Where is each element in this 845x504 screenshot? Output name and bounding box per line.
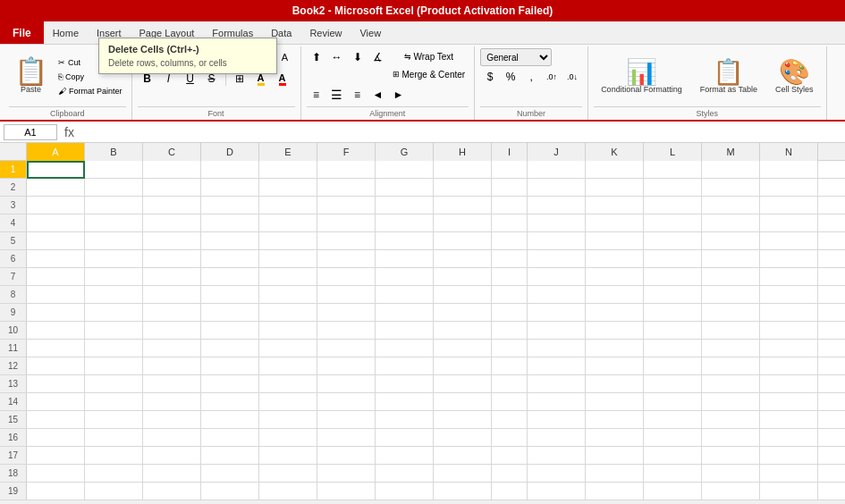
cell-m4[interactable] xyxy=(702,214,760,232)
cell-b18[interactable] xyxy=(85,465,143,483)
cell-n14[interactable] xyxy=(760,393,818,411)
row-num-14[interactable]: 14 xyxy=(0,393,27,410)
cell-f13[interactable] xyxy=(317,375,376,393)
cell-styles-button[interactable]: 🎨 Cell Styles xyxy=(768,56,821,97)
cell-d7[interactable] xyxy=(201,268,259,286)
cell-c11[interactable] xyxy=(143,340,201,357)
cell-j17[interactable] xyxy=(528,447,586,465)
cell-h15[interactable] xyxy=(434,411,492,429)
cell-j14[interactable] xyxy=(528,393,586,411)
cell-b9[interactable] xyxy=(85,304,143,322)
cell-l9[interactable] xyxy=(644,304,702,322)
cell-n18[interactable] xyxy=(760,465,818,483)
cell-e10[interactable] xyxy=(259,322,317,340)
cell-k19[interactable] xyxy=(586,483,644,500)
cell-e15[interactable] xyxy=(259,411,317,429)
decrease-decimal-button[interactable]: .0↓ xyxy=(562,68,582,86)
cell-l14[interactable] xyxy=(644,393,702,411)
cell-g5[interactable] xyxy=(376,232,434,250)
cell-c13[interactable] xyxy=(143,375,201,393)
align-bottom-button[interactable]: ⬇ xyxy=(348,48,368,66)
row-num-16[interactable]: 16 xyxy=(0,429,27,446)
cell-n8[interactable] xyxy=(760,286,818,304)
col-header-f[interactable]: F xyxy=(317,143,376,161)
col-header-c[interactable]: C xyxy=(143,143,201,161)
cell-b6[interactable] xyxy=(85,250,143,268)
cell-k4[interactable] xyxy=(586,214,644,232)
cell-j3[interactable] xyxy=(528,197,586,214)
col-header-e[interactable]: E xyxy=(259,143,317,161)
cell-d13[interactable] xyxy=(201,375,259,393)
cell-i15[interactable] xyxy=(492,411,528,429)
cell-c18[interactable] xyxy=(143,465,201,483)
decrease-font-button[interactable]: A xyxy=(275,48,295,66)
cell-g18[interactable] xyxy=(376,465,434,483)
cell-d19[interactable] xyxy=(201,483,259,500)
col-header-b[interactable]: B xyxy=(85,143,143,161)
cell-i17[interactable] xyxy=(492,447,528,465)
cell-c12[interactable] xyxy=(143,357,201,375)
cell-e7[interactable] xyxy=(259,268,317,286)
cell-f8[interactable] xyxy=(317,286,376,304)
cell-h8[interactable] xyxy=(434,286,492,304)
cell-f17[interactable] xyxy=(317,447,376,465)
cell-e6[interactable] xyxy=(259,250,317,268)
cell-n5[interactable] xyxy=(760,232,818,250)
cell-j5[interactable] xyxy=(528,232,586,250)
cell-m12[interactable] xyxy=(702,357,760,375)
cell-k3[interactable] xyxy=(586,197,644,214)
cell-n2[interactable] xyxy=(760,179,818,197)
cell-a13[interactable] xyxy=(27,375,85,393)
cell-f6[interactable] xyxy=(317,250,376,268)
cell-n4[interactable] xyxy=(760,214,818,232)
cell-j2[interactable] xyxy=(528,179,586,197)
cell-k8[interactable] xyxy=(586,286,644,304)
cell-h11[interactable] xyxy=(434,340,492,357)
cell-k6[interactable] xyxy=(586,250,644,268)
cell-n19[interactable] xyxy=(760,483,818,500)
cell-d5[interactable] xyxy=(201,232,259,250)
cell-e17[interactable] xyxy=(259,447,317,465)
cell-l7[interactable] xyxy=(644,268,702,286)
cell-d2[interactable] xyxy=(201,179,259,197)
formula-input[interactable] xyxy=(81,124,841,140)
col-header-j[interactable]: J xyxy=(528,143,586,161)
cell-g13[interactable] xyxy=(376,375,434,393)
cell-l16[interactable] xyxy=(644,429,702,447)
cell-a18[interactable] xyxy=(27,465,85,483)
cell-c14[interactable] xyxy=(143,393,201,411)
currency-button[interactable]: $ xyxy=(480,68,500,86)
cell-i3[interactable] xyxy=(492,197,528,214)
cell-l3[interactable] xyxy=(644,197,702,214)
cell-d17[interactable] xyxy=(201,447,259,465)
cell-c4[interactable] xyxy=(143,214,201,232)
col-header-a[interactable]: A xyxy=(27,143,85,161)
cell-a11[interactable] xyxy=(27,340,85,357)
cell-n11[interactable] xyxy=(760,340,818,357)
cell-d10[interactable] xyxy=(201,322,259,340)
cell-b12[interactable] xyxy=(85,357,143,375)
cell-b3[interactable] xyxy=(85,197,143,214)
cell-reference-input[interactable] xyxy=(4,124,57,140)
cell-a3[interactable] xyxy=(27,197,85,214)
cell-i16[interactable] xyxy=(492,429,528,447)
cell-d11[interactable] xyxy=(201,340,259,357)
cell-e16[interactable] xyxy=(259,429,317,447)
cell-d12[interactable] xyxy=(201,357,259,375)
cell-k17[interactable] xyxy=(586,447,644,465)
cell-c6[interactable] xyxy=(143,250,201,268)
cell-h3[interactable] xyxy=(434,197,492,214)
cell-i4[interactable] xyxy=(492,214,528,232)
increase-indent-button[interactable]: ► xyxy=(389,86,409,104)
row-num-7[interactable]: 7 xyxy=(0,268,27,285)
row-num-12[interactable]: 12 xyxy=(0,357,27,374)
cell-j1[interactable] xyxy=(528,161,586,179)
cell-d9[interactable] xyxy=(201,304,259,322)
cell-m10[interactable] xyxy=(702,322,760,340)
cell-b19[interactable] xyxy=(85,483,143,500)
cell-l10[interactable] xyxy=(644,322,702,340)
format-as-table-button[interactable]: 📋 Format as Table xyxy=(693,56,765,97)
cell-h17[interactable] xyxy=(434,447,492,465)
cell-f3[interactable] xyxy=(317,197,376,214)
cell-g14[interactable] xyxy=(376,393,434,411)
